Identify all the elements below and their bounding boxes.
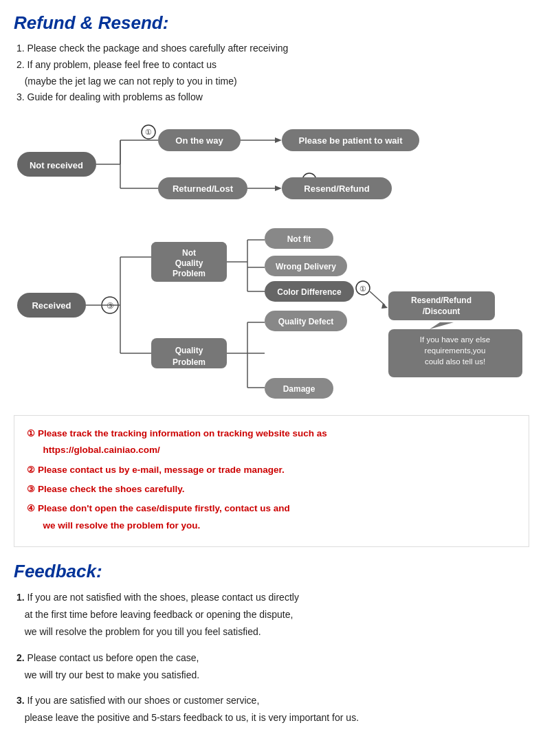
note-text-2: Please contact us by e-mail, message or … xyxy=(38,462,516,478)
svg-text:Problem: Problem xyxy=(173,357,206,367)
svg-text:Not: Not xyxy=(182,248,196,258)
svg-marker-12 xyxy=(275,137,282,143)
svg-text:①: ① xyxy=(359,285,366,293)
svg-text:③: ③ xyxy=(107,301,114,311)
svg-text:On the way: On the way xyxy=(175,135,223,146)
feedback-section: Feedback: 1. If you are not satisfied wi… xyxy=(14,561,529,726)
intro-item-2: 2. If any problem, please feel free to c… xyxy=(14,57,529,90)
note-text-1: Please track the tracking information on… xyxy=(38,425,516,459)
diagram-top: Not received ① On the way Please be pati… xyxy=(14,120,529,209)
feedback-title: Feedback: xyxy=(14,561,529,582)
svg-marker-65 xyxy=(381,303,388,309)
refund-title: Refund & Resend: xyxy=(14,12,529,34)
svg-text:requirements,you: requirements,you xyxy=(425,346,486,355)
svg-text:①: ① xyxy=(145,128,152,136)
feedback-item-1: 1. If you are not satisfied with the sho… xyxy=(14,589,529,641)
feedback-item-2: 2. Please contact us before open the cas… xyxy=(14,649,529,684)
diagram-mid: Received ③ Not Quality Problem Not Quali… xyxy=(14,216,529,408)
svg-marker-69 xyxy=(430,322,454,329)
notes-section: ① Please track the tracking information … xyxy=(14,415,529,547)
svg-text:could also tell us!: could also tell us! xyxy=(425,357,485,366)
feedback-num-2: 2. xyxy=(16,652,25,663)
svg-text:Damage: Damage xyxy=(283,384,315,394)
note-circle-3: ③ xyxy=(27,481,35,497)
svg-text:Received: Received xyxy=(32,300,71,311)
svg-marker-20 xyxy=(275,186,282,191)
note-circle-4: ④ xyxy=(27,500,35,516)
svg-text:/Discount: /Discount xyxy=(423,307,461,316)
feedback-item-3: 3. If you are satisfied with our shoes o… xyxy=(14,692,529,726)
svg-text:Color Difference: Color Difference xyxy=(277,287,342,297)
svg-text:If you have any else: If you have any else xyxy=(420,335,490,344)
svg-text:Not fit: Not fit xyxy=(287,234,311,244)
svg-text:Not received: Not received xyxy=(30,160,83,170)
feedback-num-1: 1. xyxy=(16,592,25,603)
svg-text:Resend/Refund: Resend/Refund xyxy=(411,296,472,305)
note-item-2: ② Please contact us by e-mail, message o… xyxy=(27,462,516,478)
note-item-3: ③ Please check the shoes carefully. xyxy=(27,481,516,498)
feedback-list: 1. If you are not satisfied with the sho… xyxy=(14,589,529,726)
intro-item-3: 3. Guide for dealing with problems as fo… xyxy=(14,89,529,106)
svg-text:Wrong Delivery: Wrong Delivery xyxy=(276,262,336,271)
svg-text:Returned/Lost: Returned/Lost xyxy=(173,184,234,194)
svg-text:Quality: Quality xyxy=(175,346,203,355)
svg-text:Resend/Refund: Resend/Refund xyxy=(304,184,369,194)
intro-list: 1. Please check the package and shoes ca… xyxy=(14,41,529,106)
svg-text:Quality: Quality xyxy=(175,258,203,268)
note-item-4: ④ Please don't open the case/dispute fir… xyxy=(27,500,516,534)
svg-text:Problem: Problem xyxy=(173,269,206,278)
note-text-4: Please don't open the case/dispute first… xyxy=(38,500,516,534)
intro-item-1: 1. Please check the package and shoes ca… xyxy=(14,41,529,57)
note-text-3: Please check the shoes carefully. xyxy=(38,481,516,498)
feedback-num-3: 3. xyxy=(16,695,25,706)
svg-text:Quality Defect: Quality Defect xyxy=(278,317,334,326)
note-circle-2: ② xyxy=(27,462,35,478)
note-item-1: ① Please track the tracking information … xyxy=(27,425,516,459)
svg-text:Please be patient to wait: Please be patient to wait xyxy=(299,135,403,146)
note-circle-1: ① xyxy=(27,425,35,441)
svg-line-64 xyxy=(370,291,385,305)
